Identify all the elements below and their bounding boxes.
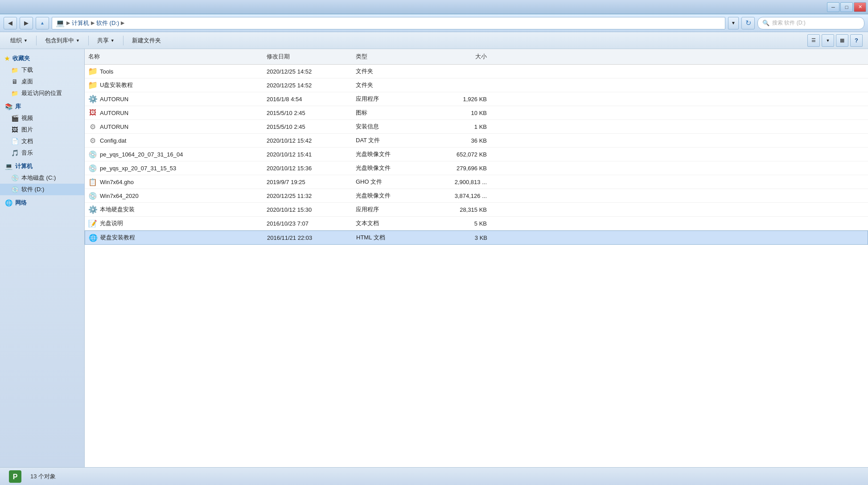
file-type: 文本文档 <box>352 218 424 228</box>
view-layout-button[interactable]: ▦ <box>836 34 848 47</box>
file-icon: 📋 <box>88 177 97 186</box>
sidebar-item-desktop[interactable]: 🖥 桌面 <box>0 76 84 87</box>
file-type: 文件夹 <box>352 80 424 90</box>
table-row[interactable]: 🖼 AUTORUN 2015/5/10 2:45 图标 10 KB <box>85 106 868 120</box>
file-size: 3 KB <box>424 234 491 242</box>
table-row[interactable]: ⚙️ AUTORUN 2016/1/8 4:54 应用程序 1,926 KB <box>85 92 868 106</box>
sidebar-network-label: 网络 <box>15 199 27 207</box>
svg-text:P: P <box>13 473 18 481</box>
maximize-button[interactable]: □ <box>840 2 853 12</box>
file-name: Win7x64.gho <box>100 179 134 185</box>
sidebar-item-video[interactable]: 🎬 视频 <box>0 112 84 124</box>
toolbar-right: ☰ ▼ ▦ ? <box>807 34 863 47</box>
table-row[interactable]: 🌐 硬盘安装教程 2016/11/21 22:03 HTML 文档 3 KB <box>85 230 868 245</box>
file-size: 36 KB <box>424 136 490 145</box>
recent-icon: 📁 <box>11 89 19 97</box>
sidebar-local-c-label: 本地磁盘 (C:) <box>21 174 56 182</box>
download-folder-icon: 📁 <box>11 66 19 74</box>
share-label: 共享 <box>97 37 109 45</box>
toolbar-separator-1 <box>36 36 37 45</box>
include-dropdown-icon: ▼ <box>76 38 80 43</box>
minimize-button[interactable]: ─ <box>827 2 839 12</box>
file-size: 1 KB <box>424 123 490 131</box>
sidebar-item-local-c[interactable]: 💿 本地磁盘 (C:) <box>0 172 84 184</box>
share-button[interactable]: 共享 ▼ <box>92 34 119 47</box>
sidebar-item-image[interactable]: 🖼 图片 <box>0 124 84 136</box>
file-date: 2016/1/8 4:54 <box>263 95 352 103</box>
content-area: 名称 修改日期 类型 大小 📁 Tools 2020/12/25 14:52 文… <box>85 49 868 467</box>
sidebar-library-header[interactable]: 📚 库 <box>0 101 84 112</box>
computer-path-part[interactable]: 计算机 <box>72 19 89 27</box>
file-size: 10 KB <box>424 109 490 117</box>
help-button[interactable]: ? <box>850 34 863 47</box>
file-type: HTML 文档 <box>353 233 424 242</box>
up-button[interactable]: ▲ <box>36 17 49 29</box>
sidebar-item-software-d[interactable]: 💿 软件 (D:) <box>0 184 84 195</box>
file-type: 光盘映像文件 <box>352 163 424 173</box>
file-icon: ⚙ <box>88 136 97 145</box>
file-name: pe_yqs_xp_20_07_31_15_53 <box>100 165 176 172</box>
file-name: AUTORUN <box>100 123 128 130</box>
file-name: AUTORUN <box>100 110 128 116</box>
refresh-button[interactable]: ↻ <box>741 17 755 29</box>
table-row[interactable]: ⚙ AUTORUN 2015/5/10 2:45 安装信息 1 KB <box>85 120 868 134</box>
doc-icon: 📄 <box>11 137 19 145</box>
path-separator-1: ▶ <box>66 20 70 26</box>
column-type-header[interactable]: 类型 <box>352 52 424 62</box>
file-date: 2020/10/12 15:36 <box>263 164 352 173</box>
toolbar: 组织 ▼ 包含到库中 ▼ 共享 ▼ 新建文件夹 ☰ ▼ ▦ ? <box>0 32 868 49</box>
file-icon: 📁 <box>88 81 97 90</box>
back-button[interactable]: ◀ <box>4 17 17 29</box>
table-row[interactable]: ⚙ Config.dat 2020/10/12 15:42 DAT 文件 36 … <box>85 134 868 148</box>
table-row[interactable]: 📁 Tools 2020/12/25 14:52 文件夹 <box>85 65 868 78</box>
organize-button[interactable]: 组织 ▼ <box>5 34 33 47</box>
table-row[interactable]: 📁 U盘安装教程 2020/12/25 14:52 文件夹 <box>85 78 868 92</box>
file-size: 5 KB <box>424 219 490 228</box>
favorites-label: 收藏夹 <box>12 54 30 62</box>
column-size-header[interactable]: 大小 <box>424 52 490 62</box>
file-icon: ⚙️ <box>88 205 97 214</box>
local-c-icon: 💿 <box>11 174 19 182</box>
file-type: 文件夹 <box>352 66 424 76</box>
sidebar-item-music[interactable]: 🎵 音乐 <box>0 147 84 159</box>
address-bar-path[interactable]: 💻 ▶ 计算机 ▶ 软件 (D:) ▶ <box>52 17 725 29</box>
drive-path-part[interactable]: 软件 (D:) <box>96 19 119 27</box>
include-library-button[interactable]: 包含到库中 ▼ <box>40 34 85 47</box>
column-name-header[interactable]: 名称 <box>85 52 263 62</box>
new-folder-button[interactable]: 新建文件夹 <box>127 34 166 47</box>
organize-dropdown-icon: ▼ <box>24 38 28 43</box>
view-toggle-button[interactable]: ☰ <box>807 34 820 47</box>
titlebar: ─ □ ✕ <box>0 0 868 14</box>
sidebar-computer-header[interactable]: 💻 计算机 <box>0 160 84 172</box>
sidebar-favorites-header[interactable]: ★ 收藏夹 <box>0 53 84 64</box>
music-icon: 🎵 <box>11 149 19 157</box>
sidebar-item-recent[interactable]: 📁 最近访问的位置 <box>0 87 84 99</box>
table-row[interactable]: 📋 Win7x64.gho 2019/9/7 19:25 GHO 文件 2,90… <box>85 175 868 189</box>
sidebar-item-doc[interactable]: 📄 文档 <box>0 136 84 147</box>
table-row[interactable]: 💿 pe_yqs_xp_20_07_31_15_53 2020/10/12 15… <box>85 161 868 175</box>
view-dropdown-button[interactable]: ▼ <box>822 34 834 47</box>
sidebar-library-section: 📚 库 🎬 视频 🖼 图片 📄 文档 🎵 音乐 <box>0 101 84 159</box>
table-row[interactable]: 💿 pe_yqs_1064_20_07_31_16_04 2020/10/12 … <box>85 148 868 161</box>
table-row[interactable]: 📝 光盘说明 2016/10/23 7:07 文本文档 5 KB <box>85 217 868 230</box>
file-date: 2020/10/12 15:30 <box>263 206 352 214</box>
file-type: 安装信息 <box>352 122 424 132</box>
search-box[interactable]: 🔍 搜索 软件 (D:) <box>757 17 864 29</box>
table-row[interactable]: 💿 Win7x64_2020 2020/12/25 11:32 光盘映像文件 3… <box>85 189 868 203</box>
file-icon: ⚙️ <box>88 95 97 103</box>
file-list: 📁 Tools 2020/12/25 14:52 文件夹 📁 U盘安装教程 20… <box>85 65 868 245</box>
forward-button[interactable]: ▶ <box>20 17 33 29</box>
status-app-icon: P <box>7 469 23 485</box>
close-button[interactable]: ✕ <box>854 2 866 12</box>
file-date: 2020/12/25 14:52 <box>263 81 352 90</box>
sidebar-library-label: 库 <box>15 103 21 111</box>
file-name: 光盘说明 <box>100 219 123 227</box>
table-row[interactable]: ⚙️ 本地硬盘安装 2020/10/12 15:30 应用程序 28,315 K… <box>85 203 868 217</box>
layout-icon: ▦ <box>840 37 844 43</box>
addressbar: ◀ ▶ ▲ 💻 ▶ 计算机 ▶ 软件 (D:) ▶ ▼ ↻ 🔍 搜索 软件 (D… <box>0 14 868 32</box>
address-dropdown-button[interactable]: ▼ <box>728 17 739 29</box>
column-date-header[interactable]: 修改日期 <box>263 52 352 62</box>
file-list-header: 名称 修改日期 类型 大小 <box>85 49 868 65</box>
sidebar-item-download[interactable]: 📁 下载 <box>0 64 84 76</box>
sidebar-network-header[interactable]: 🌐 网络 <box>0 197 84 209</box>
